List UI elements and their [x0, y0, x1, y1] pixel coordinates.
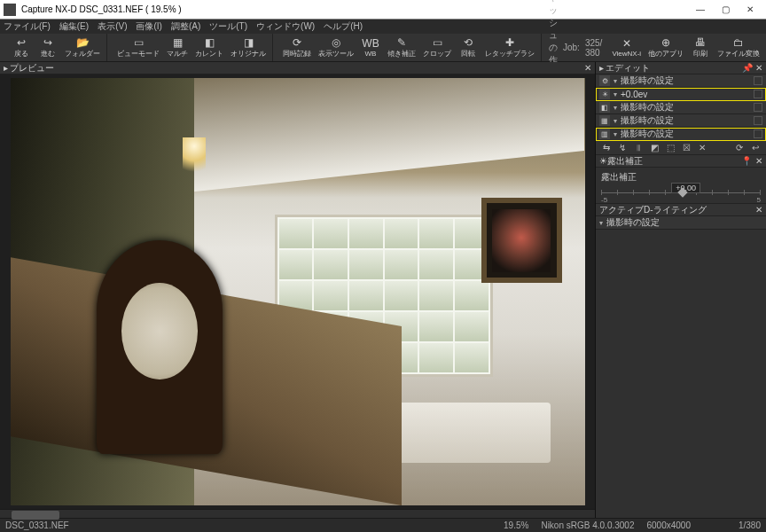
- toolstrip-icon[interactable]: ⟳: [734, 143, 745, 153]
- toolbar-マルチ[interactable]: ▦マルチ: [164, 35, 191, 60]
- edit-row[interactable]: ▦▾撮影時の設定: [596, 114, 766, 128]
- toolbar: ↩戻る↪進む📂フォルダー ▭ビューモード▦マルチ◧カレント◨オリジナル ⟳同時記…: [0, 34, 766, 62]
- exposure-header[interactable]: ☀ 露出補正 📍✕: [596, 155, 766, 168]
- toolbar-進む[interactable]: ↪進む: [35, 35, 60, 60]
- row-toggle[interactable]: [754, 90, 762, 98]
- レタッチブラシ-icon: ✚: [504, 37, 516, 48]
- edit-tab-label: エディット: [606, 62, 650, 74]
- row-toggle[interactable]: [754, 129, 762, 138]
- 進む-icon: ↪: [42, 37, 54, 48]
- toolbar-クロップ[interactable]: ▭クロップ: [420, 35, 454, 60]
- menu-item[interactable]: 画像(I): [136, 20, 161, 33]
- slider-min: -5: [601, 196, 607, 204]
- toolbar-同時記録[interactable]: ⟳同時記録: [280, 35, 314, 60]
- row-toggle[interactable]: [754, 103, 762, 112]
- row-icon: ▥: [599, 129, 610, 139]
- edit-sections: ⚙▾撮影時の設定☀▾+0.0ev◧▾撮影時の設定▦▾撮影時の設定▥▾撮影時の設定: [596, 74, 766, 141]
- chevron-down-icon: ▾: [614, 117, 617, 125]
- 他のアプリ-icon: ⊕: [660, 37, 672, 48]
- toolbar-印刷[interactable]: 🖶印刷: [688, 35, 713, 60]
- adl-title: アクティブD-ライティング: [599, 204, 707, 216]
- exposure-slider-row: 露出補正 -5 5 +0.00: [596, 168, 766, 204]
- toolbar-フォルダー[interactable]: 📂フォルダー: [62, 35, 103, 60]
- menu-item[interactable]: ウィンドウ(W): [256, 20, 315, 33]
- horizontal-scrollbar[interactable]: [0, 509, 595, 518]
- app-icon: [4, 4, 16, 16]
- chevron-down-icon: ▾: [614, 104, 617, 112]
- menu-item[interactable]: 表示(V): [98, 20, 127, 33]
- exposure-slider[interactable]: -5 5 +0.00: [601, 185, 761, 200]
- toolbar-戻る[interactable]: ↩戻る: [9, 35, 34, 60]
- edit-row-label: 撮影時の設定: [621, 74, 750, 87]
- 回転-icon: ⟲: [462, 37, 474, 48]
- edit-row-label: +0.0ev: [621, 90, 750, 99]
- title-bar: Capture NX-D DSC_0331.NEF ( 19.5% ) — ▢ …: [0, 0, 766, 20]
- toolbar-カレント[interactable]: ◧カレント: [192, 35, 226, 60]
- 表示ツール-icon: ◎: [330, 37, 342, 48]
- WB-icon: WB: [364, 38, 377, 49]
- toolbar-他のアプリ[interactable]: ⊕他のアプリ: [645, 35, 686, 60]
- toolstrip-icon[interactable]: ⫴: [633, 143, 644, 153]
- 戻る-icon: ↩: [15, 37, 27, 48]
- row-toggle[interactable]: [754, 76, 762, 85]
- adl-header[interactable]: アクティブD-ライティング ✕: [596, 204, 766, 216]
- menu-item[interactable]: ツール(T): [209, 20, 247, 33]
- close-button[interactable]: ✕: [738, 0, 762, 20]
- chevron-down-icon: ▾: [599, 219, 603, 227]
- close-icon[interactable]: ✕: [755, 156, 762, 166]
- row-toggle[interactable]: [754, 116, 762, 125]
- chevron-down-icon: ▾: [614, 90, 617, 98]
- menu-item[interactable]: 編集(E): [59, 20, 89, 33]
- row-icon: ☀: [599, 89, 610, 99]
- menu-item[interactable]: ファイル(F): [4, 20, 51, 33]
- pin-icon[interactable]: 📍: [741, 156, 752, 166]
- exposure-label: 露出補正: [601, 171, 761, 184]
- menu-item[interactable]: 調整(A): [171, 20, 200, 33]
- edit-row[interactable]: ▥▾撮影時の設定: [596, 128, 766, 141]
- toolbar-WB[interactable]: WBWB: [358, 35, 383, 60]
- toolstrip-icon[interactable]: ☒: [681, 143, 692, 153]
- toolbar-ビューモード[interactable]: ▭ビューモード: [114, 35, 162, 60]
- adl-row[interactable]: ▾ 撮影時の設定: [596, 216, 766, 230]
- toolstrip-icon[interactable]: ↩: [750, 143, 761, 153]
- フォルダー-icon: 📂: [76, 37, 89, 48]
- toolstrip-icon[interactable]: ◩: [649, 143, 660, 153]
- edit-row[interactable]: ⚙▾撮影時の設定: [596, 74, 766, 88]
- main-area: ▸ プレビュー ✕: [0, 62, 766, 518]
- toolbar-ViewNX-i[interactable]: ✕ViewNX-i: [609, 35, 644, 60]
- status-dimensions: 6000x4000: [646, 520, 691, 530]
- toolbar-レタッチブラシ[interactable]: ✚レタッチブラシ: [482, 35, 537, 60]
- scrollbar-thumb[interactable]: [12, 511, 59, 520]
- edit-pin-icon[interactable]: 📌 ✕: [742, 63, 762, 73]
- 同時記録-icon: ⟳: [291, 37, 303, 48]
- exposure-title: 露出補正: [607, 155, 643, 168]
- 印刷-icon: 🖶: [694, 37, 707, 48]
- toolbar-オリジナル[interactable]: ◨オリジナル: [228, 35, 269, 60]
- toolstrip-icon[interactable]: ↯: [617, 143, 628, 153]
- status-profile: Nikon sRGB 4.0.0.3002: [541, 520, 634, 530]
- toolstrip-icon[interactable]: ⬚: [665, 143, 676, 153]
- toolbar-回転[interactable]: ⟲回転: [456, 35, 481, 60]
- preview-close-icon[interactable]: ✕: [584, 63, 591, 73]
- menu-item[interactable]: ヘルプ(H): [324, 20, 363, 33]
- edit-toolstrip: ⇆↯⫴◩⬚☒✕ ⟳↩: [596, 141, 766, 155]
- ビューモード-icon: ▭: [132, 37, 145, 48]
- maximize-button[interactable]: ▢: [713, 0, 738, 20]
- preview-image: [11, 78, 585, 505]
- toolbar-ファイル変換[interactable]: 🗀ファイル変換: [715, 35, 762, 60]
- edit-tab[interactable]: ▸ エディット 📌 ✕: [596, 62, 766, 74]
- toolbar-傾き補正[interactable]: ✎傾き補正: [385, 35, 418, 60]
- edit-row[interactable]: ☀▾+0.0ev: [596, 88, 766, 101]
- minimize-button[interactable]: —: [688, 0, 713, 20]
- toolbar-表示ツール[interactable]: ◎表示ツール: [316, 35, 356, 60]
- toolstrip-icon[interactable]: ⇆: [601, 143, 612, 153]
- マルチ-icon: ▦: [171, 37, 184, 48]
- edit-row[interactable]: ◧▾撮影時の設定: [596, 101, 766, 114]
- image-viewer[interactable]: [0, 74, 595, 509]
- edit-row-label: 撮影時の設定: [621, 114, 750, 127]
- preview-panel: ▸ プレビュー ✕: [0, 62, 596, 518]
- toolstrip-icon[interactable]: ✕: [697, 143, 707, 153]
- status-index: 1/380: [739, 520, 761, 530]
- close-icon[interactable]: ✕: [755, 205, 762, 215]
- preview-tab[interactable]: ▸ プレビュー ✕: [0, 62, 595, 74]
